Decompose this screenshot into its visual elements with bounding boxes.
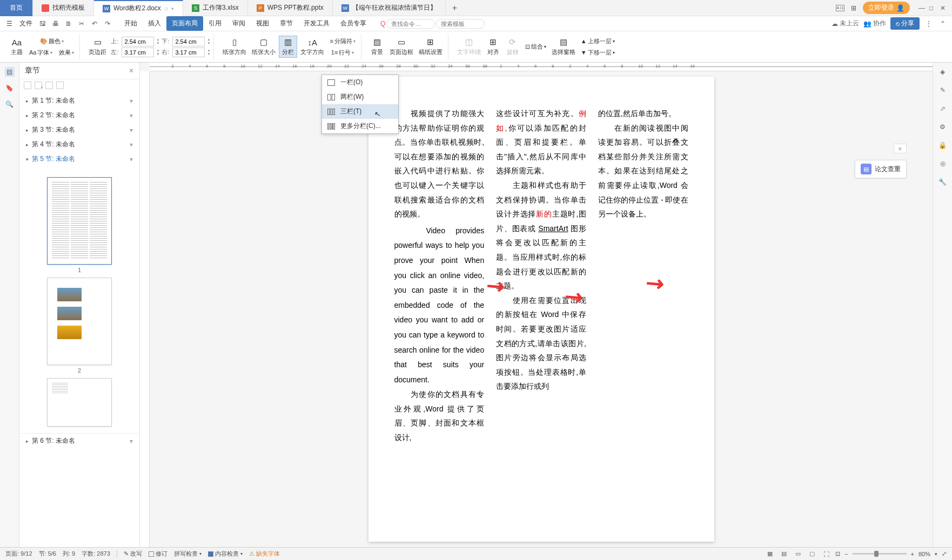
expand-icon[interactable]: ⤢: [942, 550, 947, 557]
cut-icon[interactable]: ✂: [77, 19, 86, 29]
chapter-item[interactable]: ▸第 4 节: 未命名▾: [19, 137, 139, 152]
tab-doc2[interactable]: W 【端午狂欢祝福浓情满节日】: [333, 0, 446, 16]
margin-right-input[interactable]: [172, 48, 205, 57]
file-menu[interactable]: 文件: [17, 19, 35, 28]
margin-top-input[interactable]: [122, 37, 154, 46]
lock-icon[interactable]: 🔒: [938, 140, 948, 150]
canvas-scroll[interactable]: 视频提供了功能强大的方法帮助你证明你的观点。当你单击联机视频时,可以在想要添加的…: [150, 71, 933, 547]
more-icon[interactable]: ⋮: [924, 19, 934, 29]
chapter-menu-icon[interactable]: ▾: [130, 156, 133, 163]
spinner[interactable]: ▲▼: [156, 38, 159, 45]
spinner[interactable]: ▲▼: [156, 49, 159, 56]
tab-ppt[interactable]: P WPS PPT教程.pptx: [248, 0, 333, 16]
paper-size-button[interactable]: ▢纸张大小: [250, 36, 278, 57]
preview-icon[interactable]: 🗎: [64, 19, 73, 29]
menu-tab-insert[interactable]: 插入: [143, 16, 166, 31]
section-status[interactable]: 节: 5/6: [39, 550, 56, 558]
word-count[interactable]: 字数: 2873: [82, 550, 110, 558]
paper-check-button[interactable]: ▤ 论文查重: [855, 160, 907, 178]
command-search-input[interactable]: [386, 19, 435, 29]
search-icon[interactable]: 🔍: [5, 99, 15, 109]
apps-icon[interactable]: ⊞: [849, 3, 859, 13]
send-backward-button[interactable]: ▼下移一层▾: [579, 48, 617, 58]
panel-close-icon[interactable]: ✕: [129, 67, 134, 75]
page-thumbnail-2[interactable]: [47, 278, 112, 365]
spell-check-toggle[interactable]: 拼写检查▾: [174, 550, 202, 558]
zoom-in[interactable]: +: [911, 551, 914, 557]
spinner[interactable]: ▲▼: [207, 38, 210, 45]
minimize-icon[interactable]: —: [919, 4, 925, 12]
chapter-menu-icon[interactable]: ▾: [130, 126, 133, 134]
rotate-button[interactable]: ⟳旋转: [504, 36, 522, 57]
chapter-menu-icon[interactable]: ▾: [130, 97, 133, 105]
menu-tab-layout[interactable]: 页面布局: [166, 16, 203, 31]
chapter-menu-icon[interactable]: ▾: [130, 437, 133, 445]
theme-button[interactable]: Aa主题: [8, 36, 26, 57]
outline-view-icon[interactable]: ▤: [779, 549, 789, 559]
background-button[interactable]: ▨背景: [368, 36, 386, 57]
watermark-button[interactable]: ⊞稿纸设置: [417, 36, 445, 57]
read-view-icon[interactable]: ▢: [807, 549, 817, 559]
zoom-out[interactable]: −: [844, 551, 848, 557]
add-section2-icon[interactable]: +: [35, 82, 42, 89]
redo-icon[interactable]: ↷: [103, 19, 112, 29]
settings-icon[interactable]: ⚙: [938, 122, 948, 132]
selection-pane-button[interactable]: ▤选择窗格: [549, 36, 578, 57]
menu-tab-ref[interactable]: 引用: [203, 16, 227, 31]
zoom-menu-icon[interactable]: ▾: [935, 551, 937, 557]
content-check-toggle[interactable]: 内容检查▾: [208, 550, 243, 558]
margins-button[interactable]: ▭页边距: [86, 36, 109, 57]
web-view-icon[interactable]: ▭: [793, 549, 803, 559]
edit-mode[interactable]: ✎改写: [124, 550, 142, 558]
chapter-item[interactable]: ▸ 第 6 节: 未命名 ▾: [19, 433, 139, 448]
column-status[interactable]: 列: 9: [63, 550, 75, 558]
color-button[interactable]: 🎨颜色▾: [27, 36, 76, 46]
maximize-icon[interactable]: □: [929, 4, 936, 12]
select-icon[interactable]: ⬀: [938, 104, 948, 113]
tab-add[interactable]: +: [446, 3, 464, 13]
line-number-button[interactable]: 1≡行号▾: [327, 48, 357, 58]
property-icon[interactable]: ◈: [938, 67, 948, 77]
columns-menu-item[interactable]: 更多分栏(C)...: [322, 119, 398, 133]
hamburger-icon[interactable]: ☰: [4, 19, 14, 29]
spinner[interactable]: ▲▼: [207, 49, 210, 56]
add-section-icon[interactable]: [24, 82, 31, 89]
horizontal-ruler[interactable]: 2468101214161820222426283032343638246824…: [150, 63, 933, 71]
menu-tab-vip[interactable]: 会员专享: [335, 16, 372, 31]
login-button[interactable]: 立即登录👤: [863, 2, 910, 14]
margin-left-input[interactable]: [122, 48, 154, 57]
columns-menu-item[interactable]: 三栏(T): [322, 104, 398, 119]
cloud-status[interactable]: ☁未上云: [832, 19, 859, 28]
revise-toggle[interactable]: 修订: [149, 550, 167, 558]
hyphenation-button[interactable]: ≡分隔符▾: [327, 36, 357, 46]
save-icon[interactable]: 🖫: [38, 19, 48, 29]
orientation-button[interactable]: ▯纸张方向: [220, 36, 249, 57]
align-button[interactable]: ⊞对齐: [484, 36, 502, 57]
bookmark-icon[interactable]: 🔖: [5, 83, 15, 93]
page-thumbnail-3[interactable]: [47, 378, 112, 427]
columns-menu-item[interactable]: 一栏(O): [322, 75, 398, 90]
template-search-input[interactable]: [436, 19, 485, 29]
chapter-item[interactable]: ▸第 2 节: 未命名▾: [19, 108, 139, 123]
layout-view-icon[interactable]: ▦: [765, 549, 775, 559]
chapter-menu-icon[interactable]: ▾: [130, 141, 133, 149]
menu-tab-start[interactable]: 开始: [119, 16, 143, 31]
menu-tab-view[interactable]: 视图: [251, 16, 274, 31]
tab-home[interactable]: 首页: [0, 0, 33, 16]
undo-icon[interactable]: ↶: [90, 19, 99, 29]
zoom-fit-icon[interactable]: ⊡: [835, 550, 840, 557]
menu-tab-chapter[interactable]: 章节: [274, 16, 298, 31]
chapter-item[interactable]: ▸第 1 节: 未命名▾: [19, 93, 139, 108]
columns-button[interactable]: ▥分栏: [279, 36, 297, 58]
tools-icon[interactable]: 🔧: [938, 177, 948, 187]
menu-tab-dev[interactable]: 开发工具: [298, 16, 335, 31]
tab-document-active[interactable]: W Word教程2.docx ○ ▾: [94, 0, 183, 16]
font-button[interactable]: Aa字体▾: [27, 48, 55, 58]
effect-button[interactable]: 效果▾: [57, 48, 76, 58]
bring-forward-button[interactable]: ▲上移一层▾: [579, 36, 617, 46]
page-border-button[interactable]: ▭页面边框: [387, 36, 415, 57]
text-wrap-button[interactable]: ◫文字环绕: [455, 36, 483, 57]
tab-excel[interactable]: S 工作簿3.xlsx: [183, 0, 248, 16]
cooperate-button[interactable]: 👥协作: [863, 19, 886, 28]
group-button[interactable]: ⊡组合▾: [523, 42, 548, 52]
